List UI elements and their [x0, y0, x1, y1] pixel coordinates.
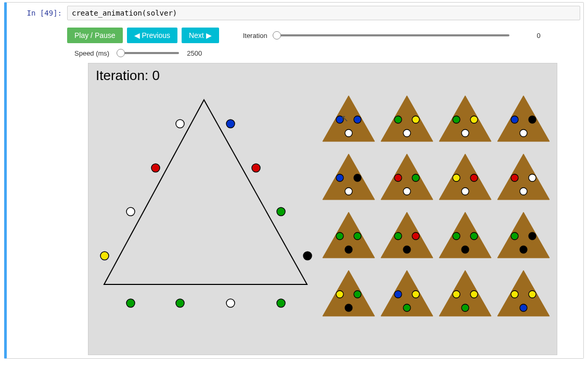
small-triangle — [497, 96, 549, 141]
iteration-value: 0 — [515, 32, 541, 40]
code-cell: In [49]: create_animation(solver) Play /… — [4, 2, 584, 359]
small-triangle-dot — [453, 174, 460, 181]
small-triangle-dot — [511, 232, 518, 240]
small-triangle-dot — [345, 304, 352, 311]
input-prompt: In [49]: — [7, 6, 67, 20]
small-triangle — [323, 270, 375, 316]
small-triangle-dot — [336, 291, 343, 298]
small-triangle-dot — [403, 304, 411, 311]
small-triangle-dot — [345, 188, 352, 195]
prompt-prefix: In [ — [27, 9, 45, 17]
small-triangle-dot — [412, 116, 419, 123]
outer-dot — [226, 299, 235, 307]
speed-value: 2500 — [186, 49, 202, 57]
small-triangle-dot — [470, 116, 478, 123]
small-triangle-dot — [453, 116, 460, 123]
outer-dot — [176, 120, 184, 128]
controls-row-2: Speed (ms) 2500 — [67, 45, 580, 61]
small-triangle — [497, 212, 549, 258]
small-triangle-dot — [529, 116, 536, 123]
outer-dot — [126, 207, 135, 216]
small-triangle — [497, 270, 549, 316]
small-triangle-dot — [462, 129, 469, 137]
small-triangle-dot — [520, 304, 527, 311]
iteration-title-prefix: Iteration: — [96, 68, 152, 83]
plot-svg — [88, 63, 557, 355]
previous-button[interactable]: ◀ Previous — [127, 28, 177, 43]
notebook-root: In [49]: create_animation(solver) Play /… — [0, 0, 588, 365]
small-triangle-dot — [345, 129, 352, 137]
small-triangle-dot — [394, 174, 402, 181]
small-triangle — [381, 212, 433, 258]
small-triangle-dot — [511, 116, 518, 123]
small-triangle — [439, 212, 491, 258]
canvas-wrap: Iteration: 0 ↖ — [67, 61, 580, 355]
small-triangle — [439, 96, 491, 141]
outer-dot — [303, 252, 312, 260]
small-triangle-dot — [394, 232, 402, 240]
small-triangle-dot — [453, 291, 460, 298]
small-triangle-dot — [511, 174, 518, 181]
small-triangle — [381, 154, 433, 200]
small-triangle-dot — [470, 174, 478, 181]
small-triangle-dot — [336, 174, 343, 181]
small-triangle-dot — [470, 232, 478, 240]
outer-dot — [252, 164, 260, 172]
iteration-title: Iteration: 0 — [96, 68, 160, 84]
outer-dot — [226, 120, 235, 128]
small-triangle — [439, 270, 491, 316]
iteration-label: Iteration — [243, 32, 267, 40]
small-triangle-dot — [403, 246, 411, 253]
small-triangle-dot — [403, 188, 411, 195]
small-triangle — [439, 154, 491, 200]
outer-dot — [151, 164, 160, 172]
small-triangle-dot — [412, 291, 419, 298]
speed-label: Speed (ms) — [74, 49, 109, 57]
output-prompt-spacer — [7, 25, 67, 355]
iteration-title-value: 0 — [152, 68, 159, 83]
small-triangle-dot — [394, 116, 402, 123]
small-triangle-dot — [529, 174, 536, 181]
small-triangle-dot — [394, 291, 402, 298]
outer-dot — [176, 299, 184, 307]
small-triangle-dot — [462, 304, 469, 311]
small-triangle-dot — [336, 232, 343, 240]
small-triangle-dot — [520, 246, 527, 253]
animation-canvas: Iteration: 0 ↖ — [88, 63, 557, 355]
small-triangle-dot — [529, 232, 536, 240]
small-triangle-dot — [462, 246, 469, 253]
small-triangle-dot — [520, 129, 527, 137]
small-triangle-dot — [345, 246, 352, 253]
small-triangle-dot — [354, 232, 361, 240]
small-triangle-dot — [520, 188, 527, 195]
iteration-slider[interactable] — [273, 34, 509, 36]
small-triangle-dot — [354, 116, 361, 123]
prompt-number: 49 — [44, 9, 53, 17]
small-triangle-dot — [511, 291, 518, 298]
small-triangle-dot — [529, 291, 536, 298]
small-triangle-dot — [412, 174, 419, 181]
outer-dot — [277, 207, 285, 216]
small-triangle-dot — [354, 174, 361, 181]
small-triangle — [323, 212, 375, 258]
small-triangle-dot — [403, 129, 411, 137]
output-area: Play / Pause ◀ Previous Next ▶ Iteration… — [7, 23, 583, 358]
small-triangle-dot — [462, 188, 469, 195]
small-triangle — [381, 96, 433, 141]
mouse-cursor-icon: ↖ — [341, 113, 349, 124]
small-triangle-dot — [470, 291, 478, 298]
play-pause-button[interactable]: Play / Pause — [67, 28, 123, 43]
small-triangle-dot — [412, 232, 419, 240]
code-input[interactable]: create_animation(solver) — [67, 6, 580, 20]
controls-row-1: Play / Pause ◀ Previous Next ▶ Iteration… — [67, 25, 580, 45]
output-body: Play / Pause ◀ Previous Next ▶ Iteration… — [67, 25, 580, 355]
outer-dot — [277, 299, 285, 307]
outer-dot — [100, 252, 109, 260]
small-triangle — [323, 154, 375, 200]
small-triangle-dot — [453, 232, 460, 240]
small-triangle — [381, 270, 433, 316]
input-row: In [49]: create_animation(solver) — [7, 3, 583, 23]
next-button[interactable]: Next ▶ — [182, 28, 219, 43]
small-triangle-dot — [354, 291, 361, 298]
speed-slider[interactable] — [117, 52, 179, 54]
